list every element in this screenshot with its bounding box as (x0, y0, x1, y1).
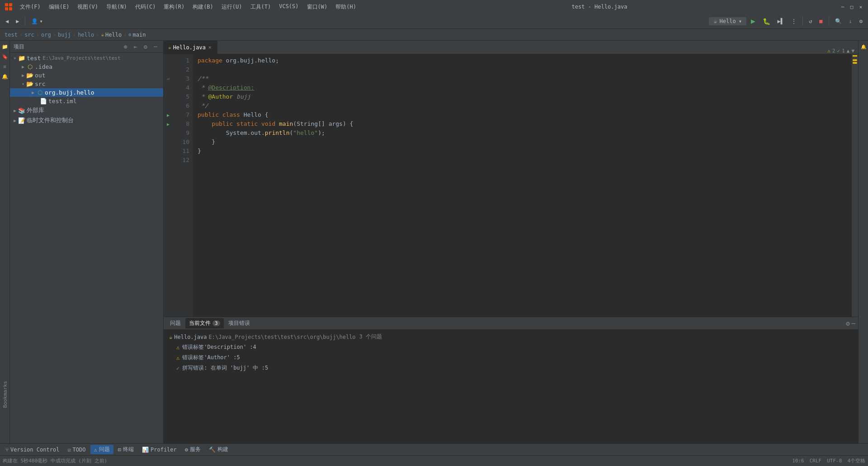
user-icon-button[interactable]: 👤 ▾ (28, 17, 45, 26)
run-button[interactable]: ▶ (748, 15, 758, 27)
breadcrumb-hello-file[interactable]: ☕ Hello (101, 32, 122, 38)
tree-item-idea[interactable]: ▶ ⬡ .idea (10, 62, 163, 71)
tree-item-test-root[interactable]: ▾ 📁 test E:\Java_Projects\test\test (10, 54, 163, 62)
code-editor[interactable]: ⏎ ▶ ▶ 1 2 3 (164, 54, 852, 317)
menu-run[interactable]: 运行(U) (218, 2, 246, 12)
tree-item-src[interactable]: ▾ 📂 src (10, 80, 163, 88)
coverage-button[interactable]: ▶▌ (775, 17, 787, 26)
debug-button[interactable]: 🐛 (760, 16, 773, 26)
tree-arrow-src: ▾ (20, 81, 26, 86)
tree-item-iml[interactable]: ▶ 📄 test.iml (10, 97, 163, 105)
panel-settings-icon[interactable]: ⚙ (846, 320, 849, 327)
sidebar-close-button[interactable]: ─ (151, 43, 160, 51)
update-plugin-button[interactable]: ↓ (846, 17, 855, 26)
project-tree: ▾ 📁 test E:\Java_Projects\test\test ▶ ⬡ … (10, 53, 163, 443)
problems-label: 问题 (99, 446, 110, 453)
sidebar-header: 项目 ⊕ ⇤ ⚙ ─ (10, 41, 163, 53)
editor-area: ☕ Hello.java ✕ ⚠ 2 ✓ 1 ▲ ▼ (164, 41, 858, 317)
close-button[interactable]: ✕ (857, 3, 864, 10)
run-config-dropdown[interactable]: ☕ Hello ▾ (709, 17, 746, 25)
menu-help[interactable]: 帮助(H) (332, 2, 360, 12)
breadcrumb-org[interactable]: org (41, 32, 51, 38)
tree-arrow: ▾ (12, 56, 18, 61)
toolbar-services[interactable]: ⚙ 服务 (181, 445, 204, 454)
gutter-12 (164, 156, 173, 165)
warning-indicator[interactable]: ⚠ (827, 48, 830, 54)
error-count: 1 (842, 48, 845, 54)
scroll-up-icon[interactable]: ▲ (847, 48, 850, 54)
svg-rect-2 (5, 7, 8, 10)
iml-icon: 📄 (40, 98, 47, 105)
toolbar-todo[interactable]: ☑ TODO (64, 446, 89, 454)
profiler-icon: 📊 (142, 447, 149, 453)
toolbar-problems[interactable]: ⚠ 问题 (90, 445, 113, 454)
menu-edit[interactable]: 编辑(E) (45, 2, 73, 12)
toolbar-version-control[interactable]: ⑂ Version Control (2, 446, 63, 454)
code-content[interactable]: package org.bujj.hello; /** * @Descripti… (193, 54, 852, 317)
toolbar-terminal[interactable]: ⊡ 终端 (114, 445, 137, 454)
tree-label-src: src (35, 81, 45, 87)
breadcrumb-main[interactable]: ⚙ main (128, 32, 146, 38)
panel-minimize-icon[interactable]: ─ (852, 320, 855, 327)
search-everywhere-button[interactable]: 🔍 (832, 17, 844, 26)
tree-item-scratches[interactable]: ▶ 📝 临时文件和控制台 (10, 115, 163, 125)
encoding[interactable]: UTF-8 (827, 458, 842, 464)
issue-item-1[interactable]: ⚠ 错误标签'Description' :4 (167, 342, 854, 352)
line-separator[interactable]: CRLF (810, 458, 822, 464)
bookmarks-icon[interactable]: 🔖 (1, 52, 9, 61)
menu-window[interactable]: 窗口(W) (303, 2, 331, 12)
project-tool-icon[interactable]: 📁 (1, 43, 9, 51)
window-title: test - Hello.java (360, 4, 839, 10)
toolbar-build[interactable]: 🔨 构建 (205, 445, 232, 454)
tree-item-package[interactable]: ▶ ⬡ org.bujj.hello (10, 88, 163, 97)
breadcrumb-sep-1: › (19, 32, 23, 38)
scroll-down-icon[interactable]: ▼ (851, 48, 854, 54)
run-more-button[interactable]: ⋮ (788, 17, 799, 26)
tab-problems-all[interactable]: 问题 (166, 318, 184, 328)
notifications-right-icon[interactable]: 🔔 (859, 43, 868, 51)
app-logo (4, 2, 14, 12)
breadcrumb-project[interactable]: test (5, 32, 18, 38)
menu-refactor[interactable]: 重构(R) (160, 2, 188, 12)
minimize-button[interactable]: ─ (839, 3, 846, 10)
collapse-all-button[interactable]: ⇤ (132, 43, 140, 51)
sidebar-settings-button[interactable]: ⚙ (142, 43, 150, 51)
menu-build[interactable]: 构建(B) (189, 2, 217, 12)
editor-tab-hello[interactable]: ☕ Hello.java ✕ (164, 41, 217, 54)
terminal-icon: ⊡ (118, 447, 121, 453)
menu-code[interactable]: 代码(C) (132, 2, 160, 12)
scope-button[interactable]: ⊕ (122, 43, 130, 51)
structure-icon[interactable]: ≡ (1, 62, 9, 71)
tab-close-button[interactable]: ✕ (208, 44, 212, 50)
tab-project-errors[interactable]: 项目错误 (225, 318, 254, 328)
maximize-button[interactable]: □ (848, 3, 855, 10)
toolbar-profiler[interactable]: 📊 Profiler (138, 446, 180, 454)
indent-setting[interactable]: 4个空格 (847, 457, 865, 464)
settings-button[interactable]: ⚙ (857, 17, 865, 26)
issue-item-3[interactable]: ✓ 拼写错误: 在单词 'bujj' 中 :5 (167, 363, 854, 373)
tree-item-out[interactable]: ▶ 📂 out (10, 71, 163, 80)
navigate-back-button[interactable]: ◀ (3, 17, 11, 26)
tree-item-external-libs[interactable]: ▶ 📚 外部库 (10, 105, 163, 115)
tree-label-scratches: 临时文件和控制台 (27, 116, 74, 124)
error-indicator[interactable]: ✓ (837, 48, 840, 54)
cursor-position[interactable]: 10:6 (792, 458, 804, 464)
terminal-label: 终端 (123, 446, 134, 453)
menu-view[interactable]: 视图(V) (74, 2, 102, 12)
tab-current-file[interactable]: 当前文件 3 (185, 318, 224, 328)
menu-file[interactable]: 文件(F) (16, 2, 44, 12)
menu-tools[interactable]: 工具(T) (247, 2, 275, 12)
ln-10: 10 (176, 138, 189, 147)
breadcrumb-bujj[interactable]: bujj (58, 32, 71, 38)
issue-item-2[interactable]: ⚠ 错误标签'Author' :5 (167, 352, 854, 363)
notifications-icon[interactable]: 🔔 (1, 72, 9, 81)
stop-button[interactable]: ■ (816, 17, 825, 26)
bookmarks-vertical-label[interactable]: Bookmarks (1, 377, 9, 412)
navigate-forward-button[interactable]: ▶ (13, 17, 22, 26)
extlib-icon: 📚 (18, 107, 25, 114)
breadcrumb-src[interactable]: src (24, 32, 34, 38)
menu-navigate[interactable]: 导航(N) (103, 2, 131, 12)
breadcrumb-hello-pkg[interactable]: hello (78, 32, 94, 38)
menu-vcs[interactable]: VCS(S) (275, 2, 302, 12)
rerun-button[interactable]: ↺ (806, 17, 815, 26)
